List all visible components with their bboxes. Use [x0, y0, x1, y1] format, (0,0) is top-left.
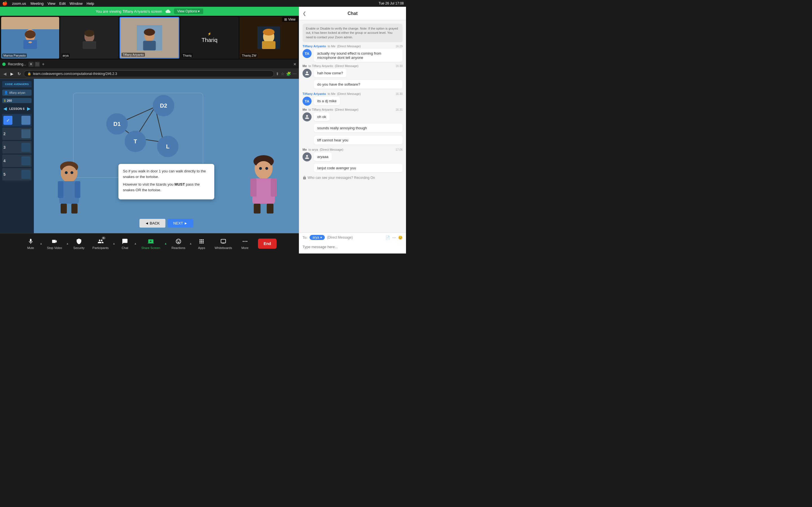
stop-video-button[interactable]: Stop Video: [44, 236, 66, 251]
lesson-item-5[interactable]: 5: [2, 168, 32, 180]
to-recipient-button[interactable]: arya ▾: [310, 235, 324, 240]
extensions-icon[interactable]: 🧩: [286, 71, 291, 76]
participant-marisa[interactable]: Marisa Paryasto: [1, 17, 59, 59]
character-girl: [243, 152, 285, 214]
avatar-8: [303, 152, 312, 161]
end-button[interactable]: End: [258, 238, 276, 249]
user-info: 👤 tiffany ariyan: [2, 90, 32, 96]
lesson-item-2[interactable]: 2: [2, 128, 32, 140]
reactions-arrow[interactable]: ▲: [189, 242, 192, 245]
back-nav-button[interactable]: ◀: [2, 71, 8, 76]
apps-button[interactable]: Apps: [193, 236, 210, 251]
svg-point-33: [65, 171, 68, 174]
video-arrow[interactable]: ▲: [66, 242, 69, 245]
lesson-item-3[interactable]: 3: [2, 141, 32, 154]
bubble-1: actually my sound effect is coming from …: [314, 49, 403, 62]
refresh-button[interactable]: ↻: [16, 71, 22, 76]
security-button[interactable]: Security: [70, 236, 88, 251]
lesson-item-1[interactable]: ✓: [2, 114, 32, 126]
lock-small-icon: [303, 176, 306, 180]
file-icon[interactable]: 📄: [386, 235, 390, 240]
message-group-5: Me to Tiffany Ariyanto (Direct Message) …: [303, 108, 403, 121]
participant-name-thariq: Thariq: [182, 54, 193, 57]
msg-row-8: aryaaa: [303, 152, 403, 161]
recipient-name: arya: [312, 235, 319, 239]
thariq-name-display: Thariq: [202, 37, 218, 43]
recording-close[interactable]: ✕: [293, 62, 297, 66]
main-content: D1 D2 T L: [34, 79, 299, 233]
reactions-button[interactable]: Reactions: [168, 236, 189, 251]
participants-button[interactable]: 5 Participants: [89, 236, 112, 251]
apps-icon: [198, 238, 205, 245]
avatar-4: TA: [303, 97, 312, 106]
dm-label-1: (Direct Message): [337, 45, 361, 48]
participants-arrow[interactable]: ▲: [112, 242, 115, 245]
lock-icon: 🔒: [28, 72, 31, 75]
apple-menu[interactable]: 🍎: [2, 1, 8, 6]
lesson-prev-button[interactable]: ◀: [3, 106, 7, 111]
message-group-4: Tiffany Ariyanto to Me (Direct Message) …: [303, 92, 403, 106]
menu-window[interactable]: Window: [70, 1, 83, 6]
add-tab-button[interactable]: +: [42, 62, 45, 67]
chat-input[interactable]: [303, 242, 403, 251]
forward-nav-button[interactable]: ▶: [9, 71, 15, 76]
share-icon[interactable]: ⬆: [276, 71, 279, 76]
menu-zoom[interactable]: zoom.us: [12, 1, 26, 6]
menu-meeting[interactable]: Meeting: [31, 1, 43, 6]
to-dm-label: (Direct Message): [327, 235, 353, 239]
svg-point-34: [70, 171, 73, 174]
participant-tiffany[interactable]: Tiffany Ariyanto: [119, 17, 179, 59]
time-2: 16.30: [396, 64, 403, 68]
emoji-icon[interactable]: 😊: [398, 235, 403, 240]
msg-content-5: oh ok: [314, 112, 403, 121]
menu-help[interactable]: Help: [87, 1, 94, 6]
completed-check: ✓: [3, 116, 12, 125]
participant-thariq[interactable]: ⚡ Thariq Thariq: [181, 17, 239, 59]
view-button[interactable]: ⊞ Mute View: [282, 17, 298, 22]
whiteboards-label: Whiteboards: [214, 246, 232, 249]
back-button[interactable]: ◄ BACK: [140, 219, 165, 228]
whiteboards-button[interactable]: Whiteboards: [211, 236, 236, 251]
chat-panel: ❮ Chat Enable or Disable to verify the c…: [299, 7, 406, 253]
lesson-3-thumb: [21, 143, 31, 152]
svg-text:L: L: [166, 144, 169, 150]
bubble-3: do you have the software?: [314, 80, 403, 89]
sender-5: Me: [303, 108, 307, 111]
view-options-button[interactable]: View Options ▾: [174, 8, 203, 14]
chat-arrow[interactable]: ▲: [134, 242, 137, 245]
menu-edit[interactable]: Edit: [59, 1, 65, 6]
lesson-item-4[interactable]: 4: [2, 155, 32, 167]
svg-rect-37: [75, 181, 80, 198]
url-bar[interactable]: 🔒 learn.codeavengers.com/computational-t…: [24, 70, 274, 77]
participant-name-arya: arya: [61, 54, 70, 57]
bookmark-icon[interactable]: ☆: [281, 71, 285, 76]
next-button[interactable]: NEXT ►: [167, 219, 193, 228]
share-screen-arrow[interactable]: ▲: [164, 242, 167, 245]
chat-label: Chat: [122, 246, 128, 249]
stop-recording-button[interactable]: ⬛: [35, 62, 40, 67]
code-avengers-logo: CODE AVENGERS: [2, 81, 32, 87]
menu-view[interactable]: View: [47, 1, 55, 6]
dm-label-5: (Direct Message): [335, 108, 359, 111]
bubble-2: hah how come?: [314, 69, 347, 77]
chat-button[interactable]: Chat: [116, 236, 133, 251]
more-browser-icon[interactable]: ⋯: [293, 71, 297, 76]
participant-arya[interactable]: arya: [60, 17, 118, 59]
share-screen-button[interactable]: Share Screen: [138, 236, 163, 251]
mute-arrow[interactable]: ▲: [40, 242, 43, 245]
lesson-next-button[interactable]: ▶: [27, 106, 31, 111]
status-message: Who can see your messages? Recording On: [308, 176, 375, 180]
lesson-1-thumb: [21, 116, 31, 125]
browser-bar: ◀ ▶ ↻ 🔒 learn.codeavengers.com/computati…: [0, 69, 299, 79]
more-chat-icon[interactable]: ⋯: [392, 235, 396, 240]
arya-avatar: [78, 24, 101, 52]
mute-button[interactable]: Mute: [22, 236, 39, 251]
participant-thariqzw[interactable]: Thariq ZW: [240, 17, 298, 59]
collapse-chat-button[interactable]: ❮: [303, 11, 306, 16]
more-button[interactable]: More: [237, 236, 253, 251]
participants-icon: 5: [97, 238, 104, 245]
pause-recording-button[interactable]: ⏸: [29, 62, 34, 67]
svg-rect-49: [267, 204, 273, 214]
more-icon: [241, 238, 249, 245]
svg-text:D1: D1: [113, 121, 121, 127]
